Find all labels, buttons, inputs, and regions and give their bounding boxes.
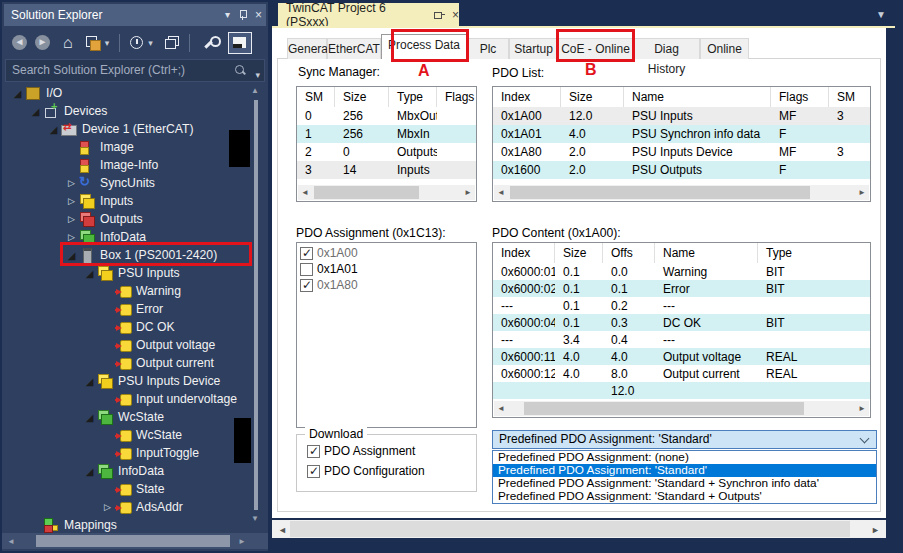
tree-item-adsaddr[interactable]: ▷AdsAddr	[2, 498, 250, 516]
combobox-chevron-icon[interactable]	[860, 434, 870, 444]
tree-expander-icon[interactable]: ◢	[46, 124, 61, 135]
tree-item-device-1-ethercat[interactable]: ◢Device 1 (EtherCAT)	[2, 120, 250, 138]
tree-expander-icon[interactable]: ◢	[82, 466, 97, 477]
table-row[interactable]: 0x1A0012.0PSU InputsMF3	[493, 107, 870, 125]
scroll-left-icon[interactable]: ◄	[497, 404, 505, 413]
tree-horizontal-scrollbar[interactable]: ◄ ►	[2, 533, 268, 549]
tree-item-state[interactable]: State	[2, 480, 250, 498]
column-header-index[interactable]: Index	[493, 87, 561, 107]
switch-views-button[interactable]	[86, 36, 100, 49]
tree-item-image[interactable]: Image	[2, 138, 250, 156]
home-button[interactable]: ⌂	[63, 35, 73, 50]
scrollbar-thumb[interactable]	[510, 186, 810, 199]
table-row[interactable]: 12.0	[493, 382, 870, 399]
column-header-index[interactable]: Index	[493, 243, 555, 263]
table-row[interactable]: 1256MbxIn	[297, 125, 476, 143]
column-header-type[interactable]: Type	[758, 243, 868, 263]
column-header-sm[interactable]: SM	[829, 87, 869, 107]
column-header-size[interactable]: Size	[561, 87, 624, 107]
tree-item-mappings[interactable]: Mappings	[2, 516, 250, 534]
table-row[interactable]: 0x1A802.0PSU Inputs DeviceMF3	[493, 143, 870, 161]
tab-online[interactable]: Online	[700, 38, 749, 59]
table-row[interactable]: 314Inputs	[297, 161, 476, 179]
table-row[interactable]: 20Outputs	[297, 143, 476, 161]
column-header-offs[interactable]: Offs	[603, 243, 655, 263]
tree-expander-icon[interactable]: ▷	[64, 178, 79, 188]
tree-vertical-scrollbar[interactable]	[254, 100, 258, 510]
scrollbar-thumb[interactable]	[524, 402, 804, 415]
scrollbar-thumb[interactable]	[36, 535, 230, 547]
table-row[interactable]: 0x6000:040.10.3DC OKBIT	[493, 314, 870, 331]
document-close-icon[interactable]: ×	[452, 8, 459, 22]
checkbox-item-0x1a00[interactable]: 0x1A00	[297, 245, 476, 261]
predefined-pdo-combobox[interactable]: Predefined PDO Assignment: 'Standard'	[492, 430, 877, 449]
dropdown-option[interactable]: Predefined PDO Assignment: 'Standard'	[493, 464, 876, 477]
column-header-flags[interactable]: Flags	[771, 87, 829, 107]
pin-icon[interactable]	[238, 9, 247, 21]
table-row[interactable]: ---0.10.2---	[493, 297, 870, 314]
tree-expander-icon[interactable]: ▷	[100, 502, 115, 512]
scroll-right-icon[interactable]: ►	[464, 188, 472, 197]
table-row[interactable]: 0x6000:010.10.0WarningBIT	[493, 263, 870, 280]
dropdown-option[interactable]: Predefined PDO Assignment: 'Standard + O…	[493, 490, 876, 503]
back-button[interactable]: ◄	[12, 35, 27, 50]
table-horizontal-scrollbar[interactable]: ◄►	[494, 185, 869, 200]
tree-expander-icon[interactable]: ◢	[10, 88, 25, 99]
checkbox-checked-icon[interactable]	[307, 445, 320, 458]
checkbox-item-0x1a80[interactable]: 0x1A80	[297, 277, 476, 293]
collapse-all-button[interactable]	[165, 36, 179, 49]
dropdown-option[interactable]: Predefined PDO Assignment: (none)	[493, 451, 876, 464]
scroll-left-icon[interactable]: ◄	[497, 188, 505, 197]
tree-item-error[interactable]: Error	[2, 300, 250, 318]
search-input[interactable]: Search Solution Explorer (Ctrl+;) ▾	[5, 59, 265, 82]
checkbox-item-pdo-assignment[interactable]: PDO Assignment	[297, 441, 476, 461]
table-row[interactable]: 0256MbxOut	[297, 107, 476, 125]
tree-item-warning[interactable]: Warning	[2, 282, 250, 300]
tree-expander-icon[interactable]: ◢	[82, 412, 97, 423]
tree-item-inputtoggle[interactable]: InputToggle	[2, 444, 250, 462]
forward-button[interactable]: ►	[35, 35, 50, 50]
table-row[interactable]: 0x1A014.0PSU Synchron info dataF	[493, 125, 870, 143]
tree-expander-icon[interactable]: ▷	[64, 232, 79, 242]
table-row[interactable]: 0x6000:020.10.1ErrorBIT	[493, 280, 870, 297]
tab-plc[interactable]: Plc	[467, 38, 509, 59]
column-header-size[interactable]: Size	[335, 87, 389, 107]
document-tab[interactable]: TwinCAT Project 6 (PSxxx) ×	[278, 3, 459, 26]
tree-item-output-current[interactable]: Output current	[2, 354, 250, 372]
column-header-type[interactable]: Type	[389, 87, 437, 107]
pending-changes-filter-icon[interactable]	[130, 36, 143, 49]
scroll-right-icon[interactable]: ►	[858, 188, 866, 197]
tree-item-inputs[interactable]: ▷Inputs	[2, 192, 250, 210]
scrollbar-thumb[interactable]	[290, 521, 850, 537]
filter-dropdown-icon[interactable]: ▾	[148, 38, 153, 48]
tab-startup[interactable]: Startup	[509, 38, 558, 59]
scroll-right-icon[interactable]: ►	[858, 404, 866, 413]
tree-expander-icon[interactable]: ◢	[82, 268, 97, 279]
search-options-chevron-icon[interactable]: ▾	[255, 65, 260, 86]
tree-item-wcstate[interactable]: ◢WcState	[2, 408, 250, 426]
window-menu-chevron-icon[interactable]: ▾	[225, 4, 230, 26]
column-header-sm[interactable]: SM	[297, 87, 335, 107]
tree-item-syncunits[interactable]: ▷SyncUnits	[2, 174, 250, 192]
close-icon[interactable]: ×	[255, 9, 262, 21]
document-pin-icon[interactable]	[433, 10, 445, 20]
tree-item-devices[interactable]: ◢Devices	[2, 102, 250, 120]
scroll-left-icon[interactable]: ◄	[278, 525, 287, 535]
table-row[interactable]: ---3.40.4---	[493, 331, 870, 348]
scroll-left-icon[interactable]: ◄	[7, 537, 15, 546]
solution-explorer-titlebar[interactable]: Solution Explorer ▾ ×	[4, 4, 266, 26]
scroll-left-icon[interactable]: ◄	[301, 188, 309, 197]
table-row[interactable]: 0x16002.0PSU OutputsF	[493, 161, 870, 179]
search-icon[interactable]	[234, 64, 246, 76]
tree-item-dc-ok[interactable]: DC OK	[2, 318, 250, 336]
tree-item-infodata[interactable]: ◢InfoData	[2, 462, 250, 480]
tree-item-outputs[interactable]: ▷Outputs	[2, 210, 250, 228]
tab-ethercat[interactable]: EtherCAT	[327, 38, 381, 59]
tree-item-output-voltage[interactable]: Output voltage	[2, 336, 250, 354]
tree-scroll-up-icon[interactable]: ▲	[251, 86, 259, 95]
tab-general[interactable]: General	[287, 38, 327, 59]
document-horizontal-scrollbar[interactable]: ◄ ►	[272, 520, 886, 538]
tree-item-input-undervoltage[interactable]: Input undervoltage	[2, 390, 250, 408]
tab-diag-history[interactable]: Diag History	[633, 38, 700, 59]
table-horizontal-scrollbar[interactable]: ◄►	[494, 401, 869, 416]
